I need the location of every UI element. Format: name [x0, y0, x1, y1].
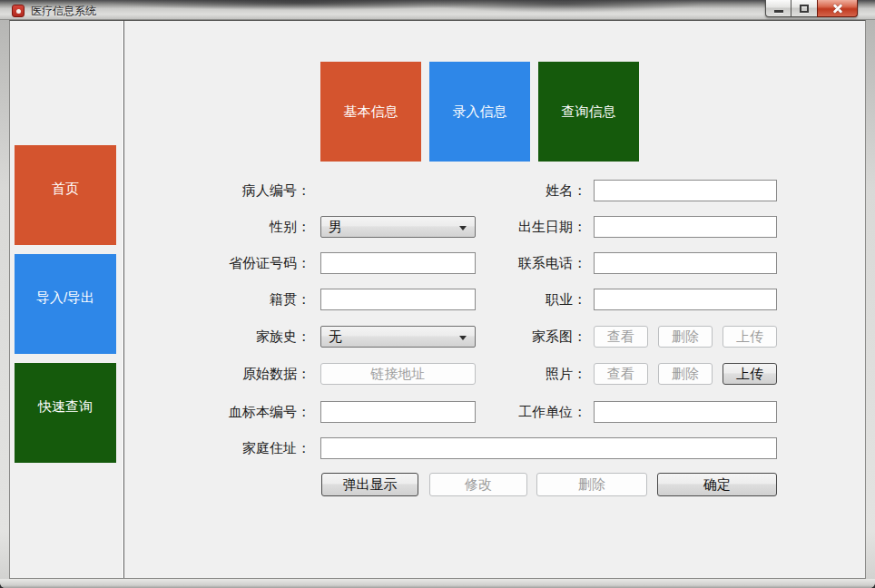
- sidebar-item-quick-search[interactable]: 快速查询: [15, 363, 116, 463]
- blood-sample-input[interactable]: [320, 401, 476, 423]
- tab-basic-info[interactable]: 基本信息: [320, 62, 421, 162]
- maximize-button[interactable]: [791, 0, 817, 17]
- modify-button[interactable]: 修改: [429, 473, 527, 496]
- sidebar-divider: [123, 21, 124, 578]
- titlebar: 医疗信息系统: [0, 0, 875, 20]
- chevron-down-icon: [459, 336, 467, 340]
- popup-display-button[interactable]: 弹出显示: [321, 473, 418, 496]
- maximize-icon: [800, 5, 809, 13]
- phone-input[interactable]: [594, 252, 777, 274]
- photo-delete-button[interactable]: 删除: [658, 363, 713, 385]
- photo-view-button[interactable]: 查看: [594, 363, 648, 385]
- raw-data-label: 原始数据：: [137, 363, 310, 385]
- name-label: 姓名：: [485, 180, 586, 201]
- app-icon-dot: [16, 9, 21, 14]
- minimize-icon: [774, 10, 783, 13]
- patient-number-label: 病人编号：: [137, 180, 310, 201]
- home-address-input[interactable]: [320, 437, 777, 459]
- family-history-label: 家族史：: [137, 326, 310, 348]
- window-frame-right: [866, 20, 875, 588]
- window-controls: [765, 0, 858, 17]
- gender-select-value: 男: [329, 219, 342, 236]
- link-address-button[interactable]: 链接地址: [320, 363, 476, 385]
- chevron-down-icon: [459, 226, 467, 230]
- name-input[interactable]: [594, 180, 777, 201]
- birth-date-label: 出生日期：: [485, 216, 586, 238]
- minimize-button[interactable]: [765, 0, 791, 17]
- close-button[interactable]: [817, 0, 858, 17]
- window-title: 医疗信息系统: [31, 4, 96, 19]
- photo-label: 照片：: [485, 363, 586, 385]
- birth-date-input[interactable]: [594, 216, 777, 238]
- photo-upload-button[interactable]: 上传: [723, 363, 777, 385]
- pedigree-delete-button[interactable]: 删除: [658, 326, 713, 348]
- pedigree-upload-button[interactable]: 上传: [723, 326, 777, 348]
- occupation-label: 职业：: [485, 289, 586, 310]
- window-frame-left: [0, 20, 9, 588]
- close-icon: [831, 3, 844, 14]
- phone-label: 联系电话：: [485, 252, 586, 274]
- family-history-select[interactable]: 无: [320, 326, 476, 348]
- tab-entry-info[interactable]: 录入信息: [429, 62, 530, 162]
- tab-query-info[interactable]: 查询信息: [538, 62, 639, 162]
- pedigree-view-button[interactable]: 查看: [594, 326, 648, 348]
- gender-label: 性别：: [137, 216, 310, 238]
- app-window: 医疗信息系统 首页 导入/导出 快速查询 基本信息 录入信息 查询信息 病人编号…: [0, 0, 875, 588]
- window-frame-bottom: [0, 579, 875, 588]
- gender-select[interactable]: 男: [320, 216, 476, 238]
- native-place-label: 籍贯：: [137, 289, 310, 310]
- home-address-label: 家庭住址：: [137, 437, 310, 459]
- id-card-label: 省份证号码：: [137, 252, 310, 274]
- sidebar-item-home[interactable]: 首页: [15, 145, 116, 245]
- occupation-input[interactable]: [594, 289, 777, 310]
- delete-button[interactable]: 删除: [536, 473, 647, 496]
- sidebar-item-import-export[interactable]: 导入/导出: [15, 254, 116, 354]
- pedigree-label: 家系图：: [485, 326, 586, 348]
- client-area: 首页 导入/导出 快速查询 基本信息 录入信息 查询信息 病人编号： 姓名： 性…: [9, 20, 866, 579]
- confirm-button[interactable]: 确定: [657, 473, 777, 496]
- id-card-input[interactable]: [320, 252, 476, 274]
- workplace-input[interactable]: [594, 401, 777, 423]
- workplace-label: 工作单位：: [485, 401, 586, 423]
- blood-sample-label: 血标本编号：: [137, 401, 310, 423]
- family-history-select-value: 无: [329, 328, 342, 346]
- native-place-input[interactable]: [320, 289, 476, 310]
- app-icon: [12, 5, 25, 17]
